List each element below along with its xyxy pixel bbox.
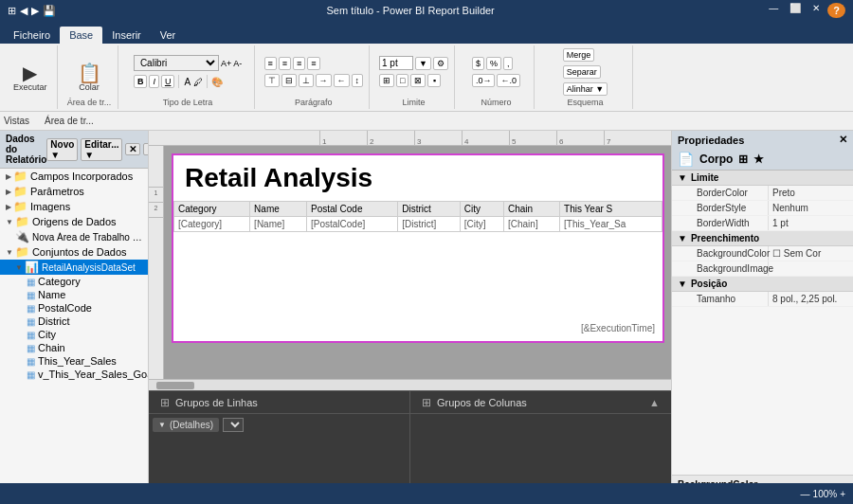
row-groups-icon: ⊞ — [160, 396, 170, 409]
currency-btn[interactable]: $ — [472, 57, 484, 70]
sub-tab-area[interactable]: Área de tr... — [45, 116, 94, 126]
bordercolor-value[interactable]: Preto — [769, 186, 853, 200]
underline-button[interactable]: U — [161, 75, 175, 88]
outdent-btn[interactable]: ← — [334, 74, 350, 87]
lineheight-btn[interactable]: ↕ — [352, 74, 364, 87]
font-shrink-btn[interactable]: A- — [233, 59, 242, 68]
border-inner-btn[interactable]: ⊠ — [410, 74, 426, 87]
tree-v-this-year[interactable]: ▦ v_This_Year_Sales_Goal — [0, 368, 148, 381]
colar-button[interactable]: 📋 Colar — [72, 62, 107, 94]
help-btn[interactable]: ? — [827, 3, 845, 18]
valign-row: ⊤ ⊟ ⊥ → ← ↕ — [264, 74, 364, 87]
borderwidth-value[interactable]: 1 pt — [769, 216, 853, 230]
tree-parametros[interactable]: ▶ 📁 Parâmetros — [0, 184, 148, 199]
minimize-btn[interactable]: — — [765, 3, 782, 18]
tree-chain[interactable]: ▦ Chain — [0, 341, 148, 354]
valign-top-btn[interactable]: ⊤ — [264, 74, 280, 87]
justify-btn[interactable]: ≡ — [307, 57, 319, 70]
row-group-select[interactable] — [223, 418, 244, 432]
report-container[interactable]: Retail Analysis Category Name Postal Cod… — [172, 153, 664, 343]
merge-btn[interactable]: Merge — [563, 48, 595, 62]
td-name: [Name] — [250, 217, 307, 232]
highlight-icon[interactable]: 🖊 — [193, 77, 203, 87]
section-posicao[interactable]: ▼ Posição — [672, 277, 853, 292]
bold-button[interactable]: B — [134, 75, 148, 88]
bgcolor-value[interactable]: ☐ Sem Cor — [769, 246, 853, 261]
valign-bot-btn[interactable]: ⊥ — [299, 74, 314, 87]
quick-access-save[interactable]: 💾 — [43, 5, 56, 17]
tab-inserir[interactable]: Inserir — [102, 27, 151, 44]
tree-campos[interactable]: ▶ 📁 Campos Incorporados — [0, 169, 148, 184]
border-outer-btn[interactable]: □ — [396, 74, 408, 87]
tree-imagens[interactable]: ▶ 📁 Imagens — [0, 199, 148, 214]
border-style-row: ⊞ □ ⊠ ▪ — [379, 74, 448, 87]
border-all-btn[interactable]: ⊞ — [379, 74, 394, 87]
tab-base[interactable]: Base — [60, 27, 102, 44]
details-item[interactable]: ▼ (Detalhes) — [153, 418, 219, 432]
bgimage-value[interactable] — [769, 267, 853, 271]
section-preenchimento[interactable]: ▼ Preenchimento — [672, 231, 853, 246]
zoom-out-btn[interactable]: — — [801, 489, 810, 499]
border-settings-btn[interactable]: ⚙ — [433, 57, 448, 70]
tree-origens[interactable]: ▼ 📁 Origens de Dados — [0, 214, 148, 229]
maximize-btn[interactable]: ⬜ — [786, 3, 805, 18]
retail-arrow: ▼ — [15, 263, 23, 272]
close-btn[interactable]: ✕ — [808, 3, 824, 18]
percent-btn[interactable]: % — [486, 57, 501, 70]
canvas-inner[interactable]: Retail Analysis Category Name Postal Cod… — [164, 146, 671, 379]
align-left-btn[interactable]: ≡ — [264, 57, 277, 70]
executar-button[interactable]: ▶ Executar — [9, 62, 51, 94]
tree-name[interactable]: ▦ Name — [0, 288, 148, 301]
dec-increase-btn[interactable]: .0→ — [472, 74, 496, 87]
font-row2: B I U A 🖊 🎨 — [134, 75, 242, 88]
indent-btn[interactable]: → — [316, 74, 332, 87]
details-arrow: ▼ — [158, 421, 166, 429]
valign-mid-btn[interactable]: ⊟ — [281, 74, 297, 87]
separate-btn[interactable]: Separar — [563, 65, 601, 79]
bg-color-icon[interactable]: 🎨 — [211, 77, 223, 87]
ribbon-group-colar: 📋 Colar Área de tr... — [62, 45, 118, 109]
align-right-btn[interactable]: ≡ — [293, 57, 305, 70]
tree-category[interactable]: ▦ Category — [0, 275, 148, 288]
italic-button[interactable]: I — [149, 75, 159, 88]
scrollbar-thumb[interactable] — [156, 382, 194, 389]
tree-this-year-sales[interactable]: ▦ This_Year_Sales — [0, 354, 148, 368]
border-size-input[interactable] — [379, 56, 413, 70]
font-name-select[interactable]: Calibri — [134, 55, 219, 71]
tree-nova-area[interactable]: 🔌 Nova Área de Trabalho de A — [0, 229, 148, 244]
font-row1: Calibri A+ A- — [134, 55, 242, 71]
row-groups-tab[interactable]: ⊞ Grupos de Linhas — [149, 391, 410, 413]
col-groups-toggle[interactable]: ▲ — [649, 397, 660, 408]
tamanho-value[interactable]: 8 pol., 2,25 pol. — [769, 292, 853, 306]
section-limite[interactable]: ▼ Limite — [672, 171, 853, 186]
tree-district[interactable]: ▦ District — [0, 315, 148, 328]
quick-access-back[interactable]: ◀ — [20, 5, 27, 17]
canvas-scrollbar[interactable] — [149, 379, 671, 390]
props-grid-icon[interactable]: ⊞ — [738, 153, 748, 166]
quick-access-fwd[interactable]: ▶ — [31, 5, 39, 17]
border-size-dropdown[interactable]: ▼ — [415, 57, 431, 70]
borderstyle-value[interactable]: Nenhum — [769, 201, 853, 215]
delete-btn[interactable]: ✕ — [125, 143, 140, 155]
param-folder-icon: 📁 — [13, 185, 27, 198]
zoom-in-btn[interactable]: + — [840, 489, 845, 499]
dec-decrease-btn[interactable]: ←.0 — [497, 74, 520, 87]
edit-btn[interactable]: Editar... ▼ — [81, 138, 122, 161]
tree-city[interactable]: ▦ City — [0, 328, 148, 341]
border-color-btn[interactable]: ▪ — [427, 74, 441, 87]
tab-ver[interactable]: Ver — [151, 27, 186, 44]
col-groups-tab[interactable]: ⊞ Grupos de Colunas ▲ — [410, 391, 671, 413]
align-center-btn[interactable]: ≡ — [279, 57, 291, 70]
sub-tab-vistas[interactable]: Vistas — [4, 116, 29, 126]
comma-btn[interactable]: , — [503, 57, 514, 70]
tree-conjuntos[interactable]: ▼ 📁 Conjuntos de Dados — [0, 244, 148, 260]
props-star-icon[interactable]: ★ — [753, 153, 764, 166]
tree-postalcode[interactable]: ▦ PostalCode — [0, 301, 148, 315]
font-grow-btn[interactable]: A+ — [221, 59, 231, 68]
close-props-btn[interactable]: ✕ — [839, 134, 847, 146]
props-body: ▼ Limite BorderColor Preto BorderStyle N… — [672, 171, 853, 475]
tab-ficheiro[interactable]: Ficheiro — [4, 27, 60, 44]
new-btn[interactable]: Novo ▼ — [46, 138, 78, 161]
tree-retail-dataset[interactable]: ▼ 📊 RetailAnalysisDataSet — [0, 260, 148, 275]
align-btn[interactable]: Alinhar ▼ — [563, 82, 608, 96]
